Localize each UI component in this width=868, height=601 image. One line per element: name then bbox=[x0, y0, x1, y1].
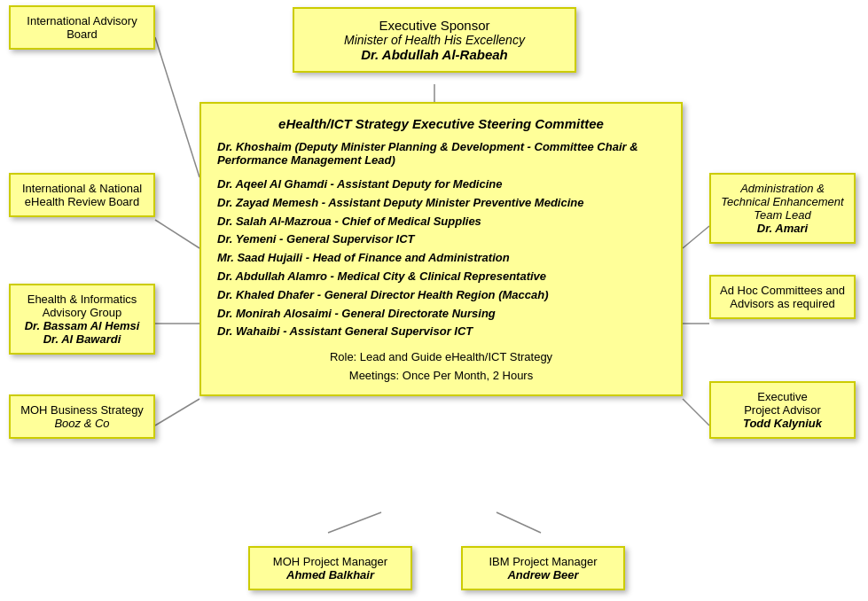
exec-sponsor-box: Executive Sponsor Minister of Health His… bbox=[293, 7, 576, 73]
ehealth-informatics-name2: Dr. Al Bawardi bbox=[20, 332, 145, 346]
ibm-pm-box: IBM Project Manager Andrew Beer bbox=[461, 546, 625, 590]
member-3: Dr. Salah Al-Mazroua - Chief of Medical … bbox=[217, 213, 665, 231]
exec-project-name: Todd Kalyniuk bbox=[720, 417, 845, 430]
ehealth-informatics-box: Ehealth & Informatics Advisory Group Dr.… bbox=[9, 284, 155, 355]
member-4: Dr. Yemeni - General Supervisor ICT bbox=[217, 230, 665, 249]
exec-sponsor-name: Dr. Abdullah Al-Rabeah bbox=[307, 47, 562, 62]
admin-tech-name: Dr. Amari bbox=[720, 222, 845, 235]
exec-project-box: Executive Project Advisor Todd Kalyniuk bbox=[709, 381, 856, 439]
svg-line-4 bbox=[155, 399, 199, 425]
moh-business-sub: Booz & Co bbox=[20, 417, 145, 430]
member-5: Mr. Saad Hujaili - Head of Finance and A… bbox=[217, 249, 665, 268]
member-6: Dr. Abdullah Alamro - Medical City & Cli… bbox=[217, 268, 665, 286]
svg-line-8 bbox=[328, 512, 381, 533]
svg-line-5 bbox=[683, 226, 709, 248]
exec-project-line2: Project Advisor bbox=[720, 403, 845, 417]
moh-business-box: MOH Business Strategy Booz & Co bbox=[9, 394, 155, 439]
admin-tech-line3: Team Lead bbox=[720, 208, 845, 222]
exec-sponsor-title: Executive Sponsor bbox=[307, 18, 562, 33]
admin-tech-line2: Technical Enhancement bbox=[720, 195, 845, 208]
steering-title: eHealth/ICT Strategy Executive Steering … bbox=[217, 116, 665, 131]
ibm-pm-name: Andrew Beer bbox=[472, 568, 614, 581]
member-7: Dr. Khaled Dhafer - General Director Hea… bbox=[217, 286, 665, 305]
ehealth-informatics-name1: Dr. Bassam Al Hemsi bbox=[20, 319, 145, 332]
ehealth-informatics-line1: Ehealth & Informatics Advisory Group bbox=[20, 293, 145, 319]
svg-line-9 bbox=[497, 512, 541, 533]
ibm-pm-label: IBM Project Manager bbox=[472, 555, 614, 568]
member-8: Dr. Monirah Alosaimi - General Directora… bbox=[217, 305, 665, 324]
admin-tech-line1: Administration & bbox=[720, 182, 845, 195]
exec-project-line1: Executive bbox=[720, 390, 845, 403]
moh-pm-label: MOH Project Manager bbox=[259, 555, 402, 568]
steering-members: Dr. Aqeel Al Ghamdi - Assistant Deputy f… bbox=[217, 176, 665, 341]
svg-line-2 bbox=[155, 220, 199, 248]
admin-tech-box: Administration & Technical Enhancement T… bbox=[709, 173, 856, 244]
member-9: Dr. Wahaibi - Assistant General Supervis… bbox=[217, 323, 665, 341]
steering-committee-box: eHealth/ICT Strategy Executive Steering … bbox=[199, 102, 683, 396]
adhoc-label: Ad Hoc Committees and Advisors as requir… bbox=[720, 284, 845, 310]
member-1: Dr. Aqeel Al Ghamdi - Assistant Deputy f… bbox=[217, 176, 665, 194]
moh-business-label: MOH Business Strategy bbox=[20, 403, 145, 417]
member-2: Dr. Zayad Memesh - Assistant Deputy Mini… bbox=[217, 194, 665, 213]
svg-line-1 bbox=[155, 37, 199, 177]
steering-role: Role: Lead and Guide eHealth/ICT Strateg… bbox=[217, 350, 665, 363]
steering-chair: Dr. Khoshaim (Deputy Minister Planning &… bbox=[217, 140, 665, 167]
svg-line-7 bbox=[683, 399, 709, 425]
exec-sponsor-subtitle: Minister of Health His Excellency bbox=[307, 33, 562, 47]
moh-pm-name: Ahmed Balkhair bbox=[259, 568, 402, 581]
steering-meetings: Meetings: Once Per Month, 2 Hours bbox=[217, 369, 665, 382]
intl-national-box: International & National eHealth Review … bbox=[9, 173, 155, 217]
intl-national-label: International & National eHealth Review … bbox=[22, 182, 142, 208]
intl-advisory-box: International Advisory Board bbox=[9, 5, 155, 50]
moh-pm-box: MOH Project Manager Ahmed Balkhair bbox=[248, 546, 412, 590]
adhoc-box: Ad Hoc Committees and Advisors as requir… bbox=[709, 275, 856, 319]
intl-advisory-label: International Advisory Board bbox=[27, 14, 137, 41]
